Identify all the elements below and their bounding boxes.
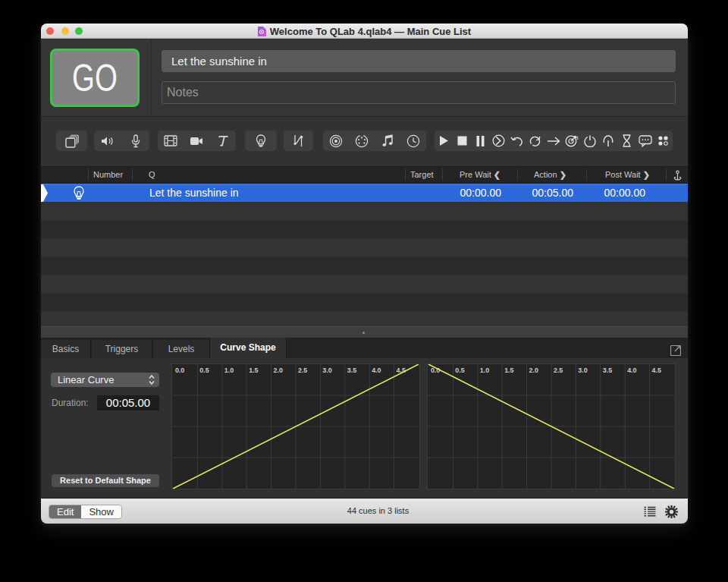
svg-text:3.0: 3.0 (578, 367, 587, 374)
svg-text:4.0: 4.0 (372, 367, 381, 374)
svg-text:0.0: 0.0 (175, 367, 184, 374)
svg-text:1.5: 1.5 (249, 367, 258, 374)
svg-text:3.5: 3.5 (603, 367, 612, 374)
svg-text:2.0: 2.0 (274, 367, 283, 374)
svg-text:1.5: 1.5 (504, 367, 513, 374)
svg-text:0.5: 0.5 (455, 367, 464, 374)
svg-text:3.0: 3.0 (322, 367, 331, 374)
svg-text:1.0: 1.0 (224, 367, 234, 374)
svg-text:0.5: 0.5 (199, 367, 209, 374)
svg-text:4.5: 4.5 (652, 367, 661, 374)
svg-text:1.0: 1.0 (480, 367, 489, 374)
svg-text:2.5: 2.5 (298, 367, 307, 374)
svg-text:4.0: 4.0 (627, 367, 636, 374)
svg-text:3.5: 3.5 (347, 367, 356, 374)
svg-text:2.5: 2.5 (554, 367, 563, 374)
svg-text:2.0: 2.0 (529, 367, 538, 374)
